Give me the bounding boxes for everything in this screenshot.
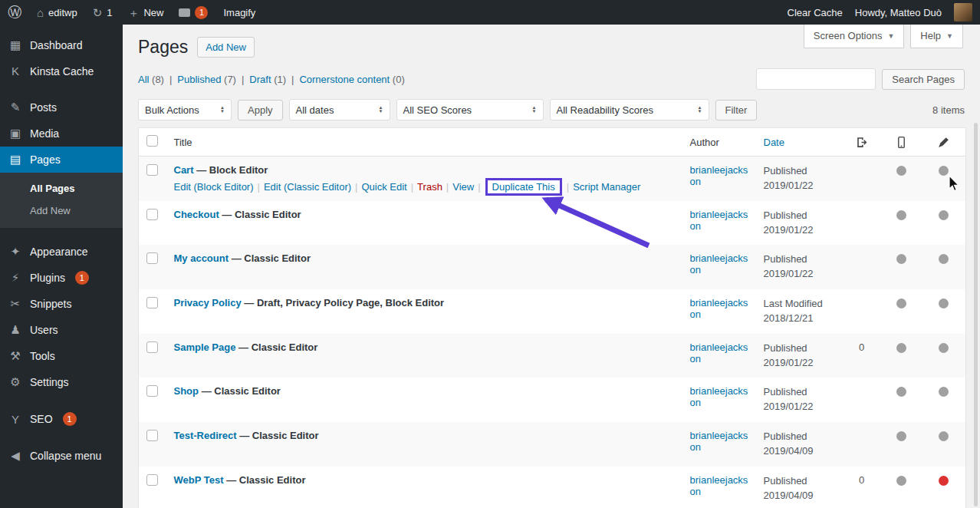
- scrollbar[interactable]: [974, 123, 978, 506]
- readability-scores-filter-select[interactable]: All Readability Scores ▲▼: [550, 99, 709, 120]
- post-state: — Classic Editor: [202, 385, 281, 397]
- search-input[interactable]: [756, 68, 876, 90]
- apply-button[interactable]: Apply: [238, 100, 283, 120]
- search-pages-button[interactable]: Search Pages: [882, 69, 965, 90]
- page-title-link[interactable]: My account: [174, 252, 229, 264]
- score-dot: [896, 210, 906, 220]
- score-dot: [896, 343, 906, 353]
- table-header-row: Title Author Date: [139, 128, 966, 157]
- filter-button[interactable]: Filter: [715, 100, 758, 120]
- clear-cache-link[interactable]: Clear Cache: [788, 7, 843, 18]
- tools-icon: ⚒: [8, 349, 23, 363]
- sidebar-item-media[interactable]: ▣Media: [0, 120, 123, 147]
- action-script-manager[interactable]: Script Manager: [573, 181, 640, 193]
- admin-bar: Ⓦ ⌂ editwp ↻ 1 ＋ New 1 Imagify Clear Cac…: [0, 0, 980, 25]
- page-title-link[interactable]: Cart: [174, 164, 194, 176]
- sidebar-item-settings[interactable]: ⚙Settings: [0, 369, 123, 395]
- row-checkbox[interactable]: [146, 164, 158, 176]
- action-quick-edit[interactable]: Quick Edit: [361, 181, 406, 193]
- page-title-link[interactable]: Shop: [174, 385, 199, 397]
- sidebar-item-collapse[interactable]: ◀Collapse menu: [0, 443, 123, 469]
- author-link[interactable]: brianleejackson: [690, 341, 748, 365]
- updates-count: 1: [107, 7, 112, 18]
- row-checkbox[interactable]: [146, 385, 158, 397]
- filter-cornerstone-content[interactable]: Cornerstone content (0): [299, 74, 404, 85]
- sidebar-item-plugins[interactable]: ⚡Plugins1: [0, 265, 123, 291]
- seo-score-dot: [939, 299, 949, 308]
- dates-filter-select[interactable]: All dates ▲▼: [289, 99, 390, 120]
- sidebar-item-snippets[interactable]: ✂Snippets: [0, 291, 123, 317]
- row-checkbox[interactable]: [146, 209, 158, 220]
- author-link[interactable]: brianleejackson: [690, 430, 748, 453]
- table-row: My account — Classic Editorbrianleejacks…: [139, 245, 966, 289]
- brush-icon: ✦: [8, 245, 23, 259]
- sidebar-item-dashboard[interactable]: ▦Dashboard: [0, 32, 123, 58]
- filter-draft[interactable]: Draft (1): [249, 74, 286, 85]
- table-row: WebP Test — Classic Editorbrianleejackso…: [139, 467, 966, 508]
- page-title-link[interactable]: Sample Page: [174, 341, 236, 353]
- help-button[interactable]: Help ▼: [910, 25, 963, 48]
- action-edit-classic-editor-[interactable]: Edit (Classic Editor): [264, 181, 351, 193]
- post-state: — Classic Editor: [232, 252, 311, 264]
- scissors-icon: ✂: [8, 297, 23, 311]
- sidebar-item-appearance[interactable]: ✦Appearance: [0, 239, 123, 265]
- action-edit-block-editor-[interactable]: Edit (Block Editor): [174, 181, 254, 193]
- action-trash[interactable]: Trash: [417, 181, 442, 193]
- bulk-actions-select[interactable]: Bulk Actions ▲▼: [138, 99, 232, 120]
- site-name-menu[interactable]: ⌂ editwp: [29, 0, 85, 25]
- action-duplicate-this[interactable]: Duplicate This: [492, 181, 555, 193]
- author-link[interactable]: brianleejackson: [690, 252, 748, 275]
- sidebar-item-users[interactable]: ♟Users: [0, 317, 123, 343]
- yoast-icon: Y: [8, 413, 23, 426]
- sidebar-item-pages[interactable]: ▤Pages: [0, 147, 123, 173]
- seo-scores-filter-select[interactable]: All SEO Scores ▲▼: [396, 99, 544, 120]
- row-checkbox[interactable]: [146, 341, 158, 353]
- sidebar-item-label: Tools: [30, 350, 55, 362]
- row-checkbox[interactable]: [146, 297, 158, 308]
- row-checkbox[interactable]: [146, 252, 158, 264]
- table-row: Test-Redirect — Classic Editorbrianleeja…: [139, 422, 966, 467]
- date-cell: Published2019/01/22: [756, 378, 842, 422]
- sidebar-item-label: Pages: [30, 153, 61, 166]
- page-title-link[interactable]: WebP Test: [174, 474, 224, 486]
- sidebar-item-label: SEO: [30, 413, 53, 425]
- avatar[interactable]: [954, 3, 972, 21]
- sidebar-subitem-all-pages[interactable]: All Pages: [0, 177, 123, 200]
- author-link[interactable]: brianleejackson: [690, 297, 748, 320]
- score-dot: [896, 476, 906, 486]
- wordpress-logo[interactable]: Ⓦ: [0, 0, 29, 25]
- new-content-menu[interactable]: ＋ New: [120, 0, 171, 25]
- sidebar-item-seo[interactable]: YSEO1: [0, 406, 123, 432]
- screen-options-button[interactable]: Screen Options ▼: [804, 25, 905, 48]
- sidebar-item-tools[interactable]: ⚒Tools: [0, 343, 123, 369]
- author-link[interactable]: brianleejackson: [690, 164, 748, 187]
- add-new-button[interactable]: Add New: [197, 37, 255, 58]
- user-icon: ♟: [8, 323, 23, 337]
- sidebar-item-posts[interactable]: ✎Posts: [0, 94, 123, 120]
- row-checkbox[interactable]: [146, 474, 158, 486]
- select-all-checkbox[interactable]: [146, 135, 158, 147]
- howdy-account-menu[interactable]: Howdy, Matteo Duò: [855, 7, 942, 18]
- main-content: Screen Options ▼ Help ▼ Pages Add New Al…: [123, 25, 980, 508]
- updates-indicator[interactable]: ↻ 1: [85, 0, 120, 25]
- comments-indicator[interactable]: 1: [171, 0, 215, 25]
- row-checkbox[interactable]: [146, 430, 158, 441]
- items-count: 8 items: [932, 104, 965, 116]
- author-link[interactable]: brianleejackson: [690, 209, 748, 232]
- sidebar-item-label: Users: [30, 324, 58, 336]
- filter-all[interactable]: All (8): [138, 74, 164, 85]
- author-link[interactable]: brianleejackson: [690, 474, 748, 497]
- filter-published[interactable]: Published (7): [177, 74, 236, 85]
- action-view[interactable]: View: [452, 181, 474, 193]
- imagify-menu[interactable]: Imagify: [215, 0, 263, 25]
- sidebar-subitem-add-new[interactable]: Add New: [0, 200, 123, 222]
- page-title-link[interactable]: Privacy Policy: [174, 297, 242, 308]
- count-badge: 1: [75, 271, 89, 285]
- column-header-date[interactable]: Date: [764, 137, 784, 148]
- table-row: Checkout — Classic Editorbrianleejackson…: [139, 201, 966, 246]
- page-title-link[interactable]: Test-Redirect: [174, 430, 237, 441]
- author-link[interactable]: brianleejackson: [690, 385, 748, 408]
- pages-icon: ▤: [8, 153, 23, 167]
- sidebar-item-kinsta-cache[interactable]: KKinsta Cache: [0, 58, 123, 84]
- page-title-link[interactable]: Checkout: [174, 209, 219, 220]
